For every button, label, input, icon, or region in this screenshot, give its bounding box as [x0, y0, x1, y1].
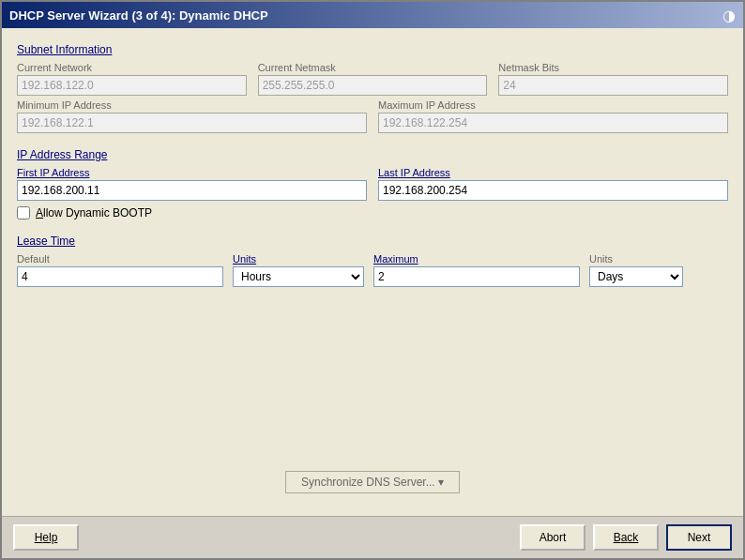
subnet-grid-row2: Minimum IP Address Maximum IP Address [17, 99, 728, 133]
main-content: Subnet Information Current Network Curre… [2, 28, 743, 516]
max-ip-label: Maximum IP Address [378, 99, 728, 111]
last-ip-group: Last IP Address [378, 167, 728, 201]
help-rest: elp [42, 531, 57, 544]
subnet-grid-row1: Current Network Current Netmask Netmask … [17, 62, 728, 96]
current-network-input [17, 75, 247, 96]
default-value-input[interactable] [17, 266, 223, 287]
min-ip-label: Minimum IP Address [17, 99, 367, 111]
subnet-section: Subnet Information Current Network Curre… [17, 39, 728, 137]
default-units-select[interactable]: Hours Minutes Days [233, 266, 364, 287]
netmask-bits-input [498, 75, 728, 96]
allow-bootp-checkbox[interactable] [17, 206, 30, 219]
back-button[interactable]: Back [593, 524, 659, 551]
maximum-label: Maximum [373, 253, 580, 265]
next-button[interactable]: Next [666, 524, 732, 551]
ip-range-grid: First IP Address Last IP Address [17, 167, 728, 201]
moon-icon: ◑ [722, 7, 736, 24]
current-network-label: Current Network [17, 62, 247, 73]
title-bar: DHCP Server Wizard (3 of 4): Dynamic DHC… [2, 2, 743, 28]
ip-range-section: IP Address Range First IP Address Last I… [17, 144, 728, 227]
maximum-units-select[interactable]: Days Minutes Hours [589, 266, 683, 287]
min-ip-group: Minimum IP Address [17, 99, 367, 133]
first-ip-input[interactable] [17, 180, 367, 201]
current-network-group: Current Network [17, 62, 247, 96]
lease-time-section: Lease Time Default Units Maximum Units H… [17, 231, 728, 287]
lease-grid: Hours Minutes Days Days Minutes Hours [17, 266, 728, 287]
footer-right: Abort Back Next [520, 524, 732, 551]
min-ip-input [17, 113, 367, 133]
allow-bootp-label: Allow Dynamic BOOTP [36, 206, 152, 219]
maximum-units-label: Units [589, 253, 683, 265]
first-ip-label: First IP Address [17, 167, 367, 178]
default-units-label: Units [233, 253, 364, 265]
allow-bootp-row: Allow Dynamic BOOTP [17, 206, 728, 219]
lease-time-label: Lease Time [17, 235, 728, 248]
netmask-bits-label: Netmask Bits [498, 62, 728, 73]
footer: Help Abort Back Next [2, 516, 743, 558]
lease-header-row: Default Units Maximum Units [17, 253, 728, 265]
max-ip-group: Maximum IP Address [378, 99, 728, 133]
first-ip-group: First IP Address [17, 167, 367, 201]
last-ip-label: Last IP Address [378, 167, 728, 178]
sync-dns-button[interactable]: Synchronize DNS Server... ▾ [285, 471, 460, 493]
help-button[interactable]: Help [13, 524, 79, 551]
current-netmask-input [258, 75, 488, 96]
netmask-bits-group: Netmask Bits [498, 62, 728, 96]
wizard-window: DHCP Server Wizard (3 of 4): Dynamic DHC… [0, 0, 745, 560]
ip-range-label: IP Address Range [17, 148, 728, 161]
window-title: DHCP Server Wizard (3 of 4): Dynamic DHC… [9, 8, 268, 23]
subnet-section-label: Subnet Information [17, 43, 728, 56]
max-ip-input [378, 113, 728, 133]
abort-button[interactable]: Abort [520, 524, 585, 551]
current-netmask-group: Current Netmask [258, 62, 488, 96]
maximum-value-input[interactable] [373, 266, 580, 287]
default-label: Default [17, 253, 223, 265]
sync-row: Synchronize DNS Server... ▾ [17, 471, 728, 493]
current-netmask-label: Current Netmask [258, 62, 488, 73]
last-ip-input[interactable] [378, 180, 728, 201]
